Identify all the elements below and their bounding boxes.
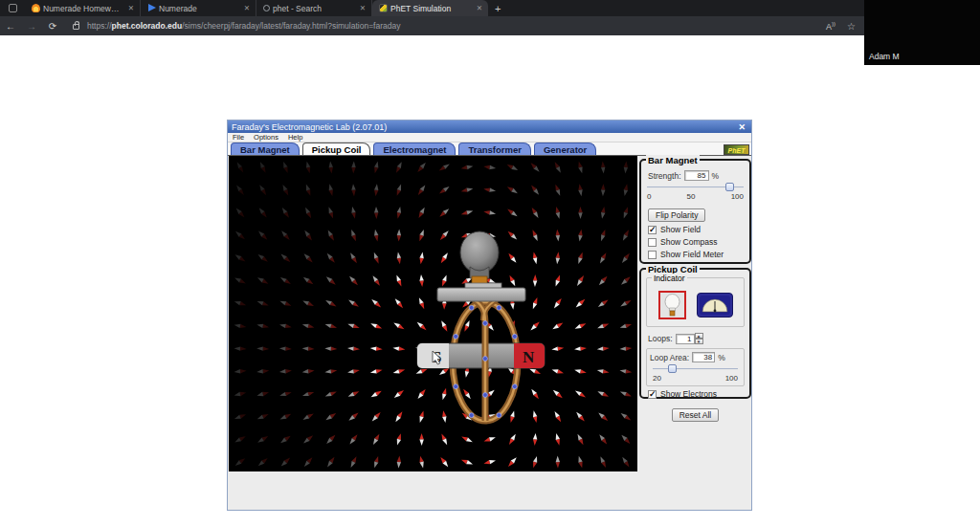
pickup-coil-panel: Pickup Coil Indicator — [639, 268, 751, 399]
indicator-voltmeter-button[interactable] — [697, 293, 733, 318]
refresh-button[interactable]: ⟳ — [42, 21, 63, 32]
show-field-meter-checkbox[interactable] — [648, 251, 657, 259]
window-close-button[interactable]: ✕ — [736, 122, 747, 132]
sim-content: S N — [228, 156, 751, 510]
magnet-north-label: N — [523, 348, 535, 366]
loops-spinner[interactable]: ▲▼ — [695, 333, 703, 344]
tab-transformer[interactable]: Transformer — [458, 142, 530, 155]
page-background: Faraday's Electromagnetic Lab (2.07.01) … — [0, 35, 980, 526]
percent-label: % — [712, 171, 720, 181]
show-compass-checkbox[interactable] — [648, 238, 657, 247]
percent-label: % — [718, 353, 725, 362]
bar-magnet-panel: Bar Magnet Strength: 85 % 0 50 100 — [639, 159, 751, 264]
tab-title: phet - Search — [273, 4, 355, 13]
tab-close-icon[interactable]: ✕ — [358, 3, 368, 13]
bulb-icon — [664, 294, 680, 317]
simulation-window: Faraday's Electromagnetic Lab (2.07.01) … — [227, 120, 752, 511]
indicator-bulb-button[interactable] — [658, 291, 686, 319]
loops-field[interactable]: 1 — [676, 334, 695, 344]
phet-favicon — [379, 4, 388, 12]
show-electrons-checkbox[interactable] — [648, 390, 657, 399]
window-title: Faraday's Electromagnetic Lab (2.07.01) — [232, 122, 736, 132]
control-panel-column: Bar Magnet Strength: 85 % 0 50 100 — [639, 159, 751, 422]
search-favicon — [263, 5, 270, 11]
workspaces-icon[interactable] — [9, 4, 17, 12]
menu-file[interactable]: File — [233, 133, 244, 142]
loop-area-field[interactable]: 38 — [692, 352, 715, 362]
browser-tab-strip: Numerade Homework Help - G... ✕ Numerade… — [0, 0, 980, 16]
reset-all-button[interactable]: Reset All — [672, 408, 720, 422]
numerade-play-favicon — [147, 4, 156, 12]
favorites-icon[interactable]: ☆ — [847, 21, 856, 32]
show-field-row[interactable]: Show Field — [648, 225, 749, 234]
browser-toolbar: ← → ⟳ https://phet.colorado.edu/sims/che… — [0, 16, 980, 35]
address-bar[interactable]: https://phet.colorado.edu/sims/cheerpj/f… — [87, 21, 400, 31]
tab-bar-magnet[interactable]: Bar Magnet — [231, 142, 300, 155]
loop-area-slider[interactable] — [653, 364, 738, 374]
webcam-participant-name: Adam M — [869, 52, 900, 61]
tab-title: Numerade — [159, 4, 239, 13]
spinner-down-icon: ▼ — [695, 339, 703, 344]
url-path: /sims/cheerpj/faraday/latest/faraday.htm… — [182, 21, 400, 31]
voltmeter-icon — [700, 296, 730, 315]
show-electrons-row[interactable]: Show Electrons — [648, 389, 749, 399]
show-compass-row[interactable]: Show Compass — [648, 237, 749, 247]
tab-title: PhET Simulation — [390, 4, 472, 13]
tab-electromagnet[interactable]: Electromagnet — [373, 142, 456, 155]
browser-tab-phet-search[interactable]: phet - Search ✕ — [256, 0, 372, 16]
strength-label: Strength: — [648, 171, 681, 181]
new-tab-button[interactable]: + — [488, 3, 507, 14]
browser-tab-phet-simulation[interactable]: PhET Simulation ✕ — [372, 0, 488, 16]
screen: Numerade Homework Help - G... ✕ Numerade… — [0, 0, 980, 526]
tab-close-icon[interactable]: ✕ — [242, 3, 252, 13]
tab-title: Numerade Homework Help - G... — [43, 4, 123, 13]
browser-tab-numerade[interactable]: Numerade ✕ — [141, 0, 256, 16]
strength-scale: 0 50 100 — [647, 192, 744, 201]
sim-tab-bar: Bar Magnet Pickup Coil Electromagnet Tra… — [228, 142, 751, 156]
simulation-canvas[interactable]: S N — [229, 156, 637, 471]
strength-slider[interactable] — [647, 183, 744, 192]
url-prefix: https:// — [87, 21, 112, 31]
window-titlebar[interactable]: Faraday's Electromagnetic Lab (2.07.01) … — [228, 121, 751, 133]
numerade-flame-favicon — [32, 4, 40, 12]
back-button[interactable]: ← — [0, 21, 21, 32]
bar-magnet-panel-title: Bar Magnet — [646, 155, 700, 165]
light-bulb — [437, 231, 525, 301]
flip-polarity-button[interactable]: Flip Polarity — [648, 208, 705, 222]
show-field-checkbox[interactable] — [648, 226, 657, 234]
loop-area-label: Loop Area: — [650, 353, 689, 362]
menu-help[interactable]: Help — [288, 133, 302, 142]
loop-area-slider-thumb[interactable] — [668, 364, 677, 373]
field-needle-grid — [234, 161, 633, 469]
read-aloud-icon[interactable]: A)) — [826, 21, 835, 32]
tab-pickup-coil[interactable]: Pickup Coil — [302, 142, 371, 155]
strength-field[interactable]: 85 — [684, 170, 709, 181]
forward-button[interactable]: → — [21, 21, 42, 32]
show-field-meter-row[interactable]: Show Field Meter — [648, 250, 749, 259]
menu-options[interactable]: Options — [254, 133, 278, 142]
menu-bar: File Options Help — [228, 133, 751, 142]
tab-close-icon[interactable]: ✕ — [126, 3, 136, 13]
tab-close-icon[interactable]: ✕ — [475, 3, 484, 13]
phet-logo[interactable]: PhET — [724, 144, 749, 155]
webcam-overlay: Adam M — [864, 0, 980, 65]
loops-label: Loops: — [648, 334, 673, 343]
lock-icon[interactable] — [73, 24, 79, 30]
strength-slider-thumb[interactable] — [725, 183, 734, 191]
url-domain: phet.colorado.edu — [112, 21, 183, 31]
loop-area-scale: 20 100 — [653, 374, 738, 383]
browser-tab-numerade-help[interactable]: Numerade Homework Help - G... ✕ — [25, 0, 141, 16]
indicator-label: Indicator — [652, 274, 687, 283]
tab-generator[interactable]: Generator — [534, 142, 596, 155]
